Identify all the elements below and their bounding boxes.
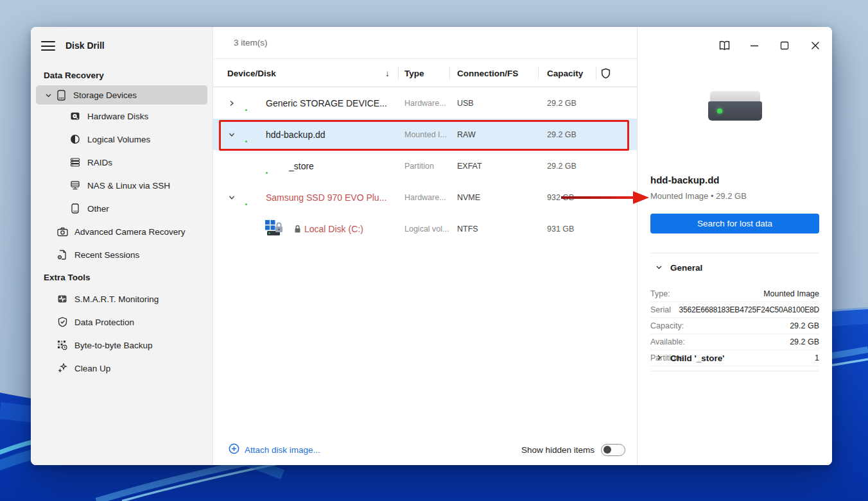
device-type: Hardware...: [404, 99, 446, 108]
items-count: 3 item(s): [213, 27, 637, 59]
sidebar-item-smart-monitoring[interactable]: S.M.A.R.T. Monitoring: [31, 287, 213, 310]
table-row-local-disk-c[interactable]: Local Disk (C:) Logical vol... NTFS 931 …: [213, 213, 637, 244]
column-header-type[interactable]: Type: [404, 59, 424, 87]
sidebar-item-label: Clean Up: [74, 364, 110, 373]
chevron-down-icon[interactable]: [229, 132, 235, 138]
sidebar-item-raids[interactable]: RAIDs: [31, 151, 213, 174]
maximize-button[interactable]: [775, 36, 794, 55]
sidebar-item-label: RAIDs: [87, 158, 112, 167]
circle-plus-icon: [229, 443, 239, 456]
sidebar-item-storage-devices[interactable]: Storage Devices: [36, 85, 207, 105]
sidebar-item-byte-to-byte-backup[interactable]: Byte-to-byte Backup: [31, 334, 213, 357]
sidebar: Disk Drill Data Recovery Storage Devices…: [31, 27, 213, 465]
device-rows: Generic STORAGE DEVICE... Hardware... US…: [213, 87, 637, 244]
app-title: Disk Drill: [65, 40, 105, 51]
device-name: Generic STORAGE DEVICE...: [266, 98, 387, 108]
windows-system-disk-icon: [263, 219, 285, 239]
sidebar-item-label: Recent Sessions: [74, 250, 139, 260]
device-capacity: 29.2 GB: [547, 99, 577, 108]
chevron-down-icon[interactable]: [229, 194, 235, 201]
device-name: Samsung SSD 970 EVO Plu...: [266, 192, 386, 203]
disk-drill-window: Disk Drill Data Recovery Storage Devices…: [31, 27, 832, 465]
table-row-samsung-ssd[interactable]: Samsung SSD 970 EVO Plu... Hardware... N…: [213, 182, 637, 213]
shield-column-icon[interactable]: [601, 59, 611, 87]
close-button[interactable]: [806, 36, 825, 55]
sidebar-item-other[interactable]: Other: [31, 197, 213, 220]
hardware-disk-icon: [69, 110, 81, 122]
sidebar-item-hardware-disks[interactable]: Hardware Disks: [31, 105, 213, 128]
sidebar-item-label: Advanced Camera Recovery: [74, 227, 186, 237]
device-details-panel: hdd-backup.dd Mounted Image • 29.2 GB Se…: [637, 27, 832, 465]
logical-volume-icon: [69, 133, 81, 145]
show-hidden-items-toggle[interactable]: [601, 444, 625, 456]
sparkles-icon: [56, 362, 68, 374]
sidebar-header: Disk Drill: [31, 27, 213, 64]
table-row-hdd-backup-dd[interactable]: hdd-backup.dd Mounted I... RAW 29.2 GB: [213, 119, 637, 150]
selected-device-subtitle: Mounted Image • 29.2 GB: [650, 191, 747, 201]
section-label-data-recovery: Data Recovery: [31, 64, 213, 85]
sidebar-item-recent-sessions[interactable]: Recent Sessions: [31, 243, 213, 266]
sidebar-item-label: Other: [87, 204, 109, 214]
table-row-store-partition[interactable]: _store Partition EXFAT 29.2 GB: [213, 150, 637, 182]
column-header-capacity[interactable]: Capacity: [547, 59, 583, 87]
drive-illustration-icon: [708, 91, 762, 122]
other-device-icon: [69, 203, 81, 214]
chevron-right-icon: [655, 353, 663, 363]
nas-server-icon: [69, 180, 81, 191]
search-for-lost-data-button[interactable]: Search for lost data: [650, 214, 819, 234]
device-name: _store: [289, 161, 314, 171]
child-store-section-header[interactable]: Child '_store': [655, 353, 724, 363]
device-type: Partition: [404, 162, 434, 171]
device-capacity: 932 GB: [547, 193, 574, 202]
detail-row-serial: Serial 3562E6688183EB4725F24C50A8100E8D: [650, 302, 819, 318]
sessions-document-gear-icon: [56, 249, 68, 260]
sidebar-item-label: NAS & Linux via SSH: [87, 181, 170, 191]
shield-check-icon: [56, 316, 68, 328]
detail-row-available: Available: 29.2 GB: [650, 334, 819, 350]
list-footer: Attach disk image... Show hidden items: [213, 434, 637, 465]
device-connection: EXFAT: [457, 162, 482, 171]
storage-device-icon: [55, 89, 67, 101]
raid-icon: [69, 157, 81, 168]
sort-descending-icon[interactable]: ↓: [385, 59, 390, 87]
hamburger-menu-icon[interactable]: [41, 40, 55, 51]
selected-device-name: hdd-backup.dd: [650, 174, 720, 185]
camera-icon: [56, 226, 68, 237]
sidebar-item-label: Storage Devices: [73, 90, 137, 100]
device-connection: RAW: [457, 130, 476, 139]
device-capacity: 931 GB: [547, 225, 574, 234]
device-type: Mounted I...: [404, 130, 447, 139]
show-hidden-items-control: Show hidden items: [521, 444, 625, 456]
sidebar-item-label: Byte-to-byte Backup: [74, 341, 153, 350]
byte-backup-grid-icon: [56, 339, 68, 351]
lock-icon: [294, 225, 301, 233]
table-row-generic-storage-device[interactable]: Generic STORAGE DEVICE... Hardware... US…: [213, 87, 637, 119]
chevron-down-icon: [45, 92, 55, 99]
sidebar-item-label: Data Protection: [74, 318, 134, 327]
sidebar-item-clean-up[interactable]: Clean Up: [31, 357, 213, 380]
table-header: Device/Disk ↓ Type Connection/FS Capacit…: [213, 59, 637, 87]
sidebar-item-advanced-camera-recovery[interactable]: Advanced Camera Recovery: [31, 220, 213, 243]
device-connection: USB: [457, 99, 474, 108]
sidebar-item-nas-linux-ssh[interactable]: NAS & Linux via SSH: [31, 174, 213, 197]
sidebar-item-data-protection[interactable]: Data Protection: [31, 310, 213, 334]
device-list-panel: 3 item(s) Device/Disk ↓ Type Connection/…: [213, 27, 637, 465]
column-header-device-disk[interactable]: Device/Disk: [227, 59, 276, 87]
device-type: Hardware...: [404, 193, 446, 202]
general-section-header[interactable]: General: [655, 263, 702, 273]
sidebar-item-label: Logical Volumes: [87, 135, 150, 144]
device-capacity: 29.2 GB: [547, 162, 577, 171]
device-connection: NTFS: [457, 225, 478, 234]
show-hidden-items-label: Show hidden items: [521, 445, 595, 455]
detail-row-capacity: Capacity: 29.2 GB: [650, 318, 819, 334]
section-label-extra-tools: Extra Tools: [31, 266, 213, 287]
attach-disk-image-link[interactable]: Attach disk image...: [229, 443, 320, 456]
help-book-icon[interactable]: [715, 36, 734, 55]
minimize-button[interactable]: [745, 36, 764, 55]
chevron-right-icon[interactable]: [229, 100, 235, 106]
detail-row-type: Type: Mounted Image: [650, 286, 819, 302]
device-type: Logical vol...: [404, 225, 449, 234]
device-capacity: 29.2 GB: [547, 130, 577, 139]
column-header-connection-fs[interactable]: Connection/FS: [457, 59, 518, 87]
sidebar-item-logical-volumes[interactable]: Logical Volumes: [31, 128, 213, 151]
